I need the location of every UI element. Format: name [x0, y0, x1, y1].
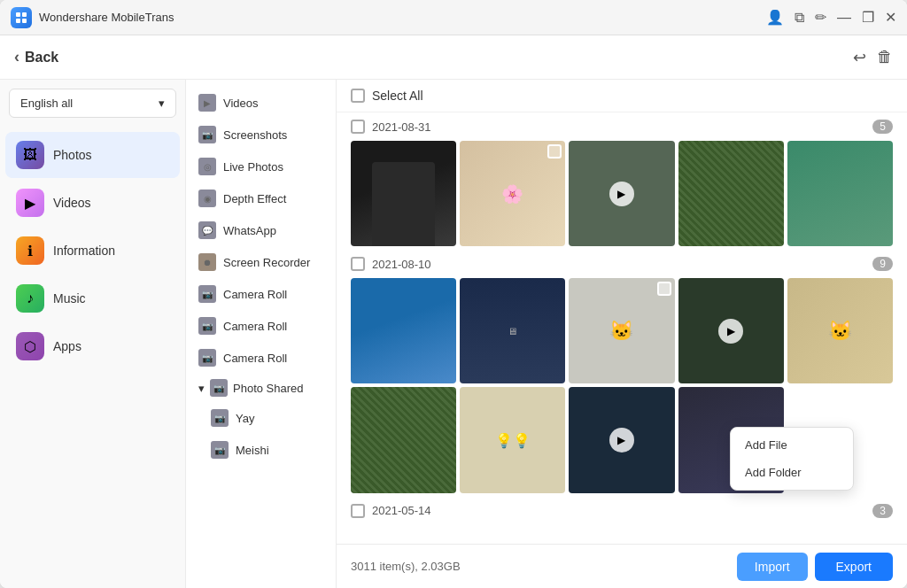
mid-live-label: Live Photos — [223, 160, 283, 174]
photo-thumb[interactable]: ▶ — [569, 141, 674, 246]
mid-item-whatsapp[interactable]: 💬 WhatsApp — [186, 214, 336, 246]
close-icon[interactable]: ✕ — [885, 9, 896, 26]
photo-thumb[interactable]: 🐱 — [569, 278, 674, 383]
app-title: Wondershare MobileTrans — [39, 11, 766, 24]
select-all-label[interactable]: Select All — [372, 89, 423, 103]
mid-cam2-icon: 📷 — [198, 317, 216, 335]
play-icon: ▶ — [609, 182, 634, 206]
sidebar-item-music[interactable]: ♪ Music — [5, 275, 180, 321]
apps-label: Apps — [53, 339, 81, 353]
svg-rect-2 — [16, 19, 20, 23]
window-controls[interactable]: 👤 ⧉ ✏ — ❐ ✕ — [766, 9, 896, 26]
yay-label: Yay — [236, 412, 254, 425]
topbar-actions: ↩ 🗑 — [853, 48, 893, 67]
count-badge-1: 5 — [872, 120, 893, 134]
photo-thumb[interactable]: 💡💡 — [460, 387, 565, 492]
sidebar-left: English all ▾ 🖼 Photos ▶ Videos ℹ Inform… — [0, 80, 186, 588]
date-checkbox-2[interactable] — [351, 257, 365, 271]
import-button[interactable]: Import — [737, 553, 808, 581]
bottom-bar: 3011 item(s), 2.03GB Import Export — [337, 544, 907, 588]
photo-grid-1: 🌸 ▶ — [351, 141, 893, 246]
date-label-2: 2021-08-10 — [372, 258, 431, 271]
photo-thumb[interactable]: 🖥 — [460, 278, 565, 383]
mid-screenshots-label: Screenshots — [223, 128, 287, 142]
date-checkbox-3[interactable] — [351, 504, 365, 518]
export-button[interactable]: Export — [815, 553, 893, 581]
mid-item-depth-effect[interactable]: ◉ Depth Effect — [186, 182, 336, 214]
sidebar-item-information[interactable]: ℹ Information — [5, 228, 180, 274]
photo-shared-group[interactable]: ▾ 📷 Photo Shared — [186, 374, 336, 402]
titlebar: Wondershare MobileTrans 👤 ⧉ ✏ — ❐ ✕ — [0, 0, 907, 35]
photo-thumb[interactable] — [678, 141, 784, 246]
photos-icon: 🖼 — [16, 141, 44, 169]
photo-thumb[interactable]: ▶ — [569, 387, 674, 492]
date-checkbox-1[interactable] — [351, 120, 365, 134]
undo-icon[interactable]: ↩ — [853, 48, 866, 67]
apps-icon: ⬡ — [16, 332, 44, 360]
back-button[interactable]: ‹ Back — [14, 48, 58, 66]
mid-item-screen-recorder[interactable]: ⏺ Screen Recorder — [186, 246, 336, 278]
edit-icon[interactable]: ✏ — [815, 9, 826, 26]
photo-thumb[interactable]: 🐱 — [787, 278, 893, 383]
videos-icon: ▶ — [16, 189, 44, 217]
back-arrow-icon: ‹ — [14, 48, 19, 66]
count-badge-3: 3 — [872, 504, 893, 518]
minimize-icon[interactable]: — — [837, 10, 851, 26]
play-icon: ▶ — [718, 319, 743, 344]
topbar: ‹ Back ↩ 🗑 — [0, 35, 907, 80]
context-add-folder[interactable]: Add Folder — [731, 459, 853, 486]
trash-icon[interactable]: 🗑 — [877, 48, 893, 67]
maximize-icon[interactable]: ❐ — [862, 9, 874, 26]
photos-label: Photos — [53, 148, 92, 162]
mid-cam3-label: Camera Roll — [223, 352, 287, 365]
sidebar-item-apps[interactable]: ⬡ Apps — [5, 323, 180, 369]
meishi-label: Meishi — [236, 444, 269, 457]
photo-thumb[interactable]: ▶ — [678, 278, 784, 383]
music-label: Music — [53, 291, 86, 306]
mid-item-camera-roll-3[interactable]: 📷 Camera Roll — [186, 342, 336, 374]
main-content: English all ▾ 🖼 Photos ▶ Videos ℹ Inform… — [0, 80, 907, 588]
photo-thumb[interactable] — [351, 278, 456, 383]
mid-cam2-label: Camera Roll — [223, 320, 287, 333]
photo-shared-label: Photo Shared — [233, 382, 304, 395]
mid-screenshots-icon: 📷 — [198, 126, 216, 143]
select-all-row: Select All — [337, 80, 907, 112]
mid-item-live-photos[interactable]: ◎ Live Photos — [186, 151, 336, 182]
thumb-checkbox[interactable] — [547, 144, 562, 159]
photo-thumb[interactable] — [351, 387, 456, 492]
mid-whatsapp-icon: 💬 — [198, 221, 216, 239]
photo-thumb[interactable] — [787, 141, 893, 246]
sidebar-item-videos[interactable]: ▶ Videos — [5, 180, 180, 226]
mid-videos-icon: ▶ — [198, 94, 216, 112]
profile-icon[interactable]: 👤 — [766, 9, 784, 26]
mid-depth-icon: ◉ — [198, 190, 216, 207]
mid-cam3-icon: 📷 — [198, 349, 216, 367]
mid-item-camera-roll-2[interactable]: 📷 Camera Roll — [186, 310, 336, 342]
context-add-file[interactable]: Add File — [731, 431, 853, 459]
mid-item-screenshots[interactable]: 📷 Screenshots — [186, 119, 336, 151]
sidebar-item-photos[interactable]: 🖼 Photos — [5, 132, 180, 178]
date-label-3: 2021-05-14 — [372, 504, 431, 517]
thumb-checkbox[interactable] — [657, 282, 671, 296]
photo-thumb[interactable]: 🌸 — [460, 141, 565, 246]
mid-cam1-icon: 📷 — [198, 285, 216, 303]
mid-item-videos[interactable]: ▶ Videos — [186, 87, 336, 119]
duplicate-icon[interactable]: ⧉ — [795, 10, 804, 26]
photo-shared-items: 📷 Yay 📷 Meishi — [186, 402, 336, 466]
mid-item-camera-roll-1[interactable]: 📷 Camera Roll — [186, 278, 336, 310]
select-all-checkbox[interactable] — [351, 89, 365, 103]
info-label: Information — [53, 244, 115, 258]
back-label: Back — [25, 50, 58, 66]
mid-live-icon: ◎ — [198, 158, 216, 175]
mid-item-yay[interactable]: 📷 Yay — [198, 402, 336, 434]
videos-label: Videos — [53, 196, 91, 210]
photo-thumb[interactable] — [351, 141, 456, 246]
language-dropdown[interactable]: English all ▾ — [9, 89, 176, 118]
photo-grid-wrapper: 2021-08-31 5 🌸 — [337, 112, 907, 544]
meishi-icon: 📷 — [211, 441, 229, 459]
mid-item-meishi[interactable]: 📷 Meishi — [198, 434, 336, 466]
app-icon — [11, 7, 32, 28]
dropdown-chevron: ▾ — [159, 97, 165, 110]
music-icon: ♪ — [16, 284, 44, 313]
play-icon: ▶ — [609, 428, 634, 453]
